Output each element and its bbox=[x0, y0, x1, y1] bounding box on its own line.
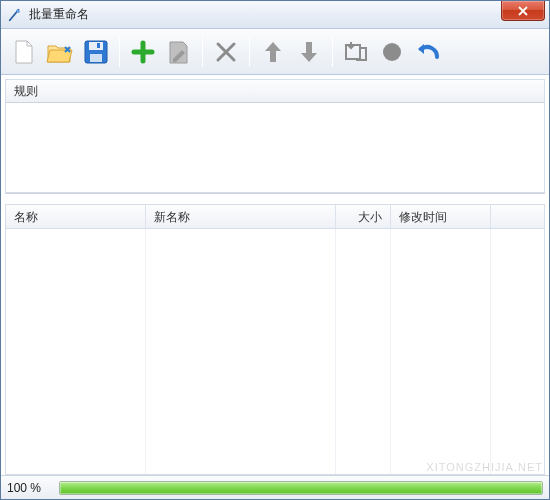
toolbar-separator bbox=[332, 37, 333, 67]
note-edit-icon bbox=[167, 39, 191, 65]
column-header-spacer bbox=[491, 205, 544, 228]
toolbar bbox=[1, 29, 549, 75]
svg-point-5 bbox=[383, 43, 401, 61]
move-down-button[interactable] bbox=[292, 34, 326, 70]
app-window: 批量重命名 bbox=[0, 0, 550, 500]
app-icon bbox=[7, 7, 23, 23]
svg-rect-1 bbox=[89, 42, 103, 50]
close-button[interactable] bbox=[501, 1, 545, 21]
toolbar-separator bbox=[249, 37, 250, 67]
column-header-name[interactable]: 名称 bbox=[6, 205, 146, 228]
undo-icon bbox=[415, 41, 441, 63]
rules-header[interactable]: 规则 bbox=[5, 79, 545, 103]
stop-button[interactable] bbox=[375, 34, 409, 70]
file-list-panel: 名称 新名称 大小 修改时间 bbox=[5, 204, 545, 475]
titlebar: 批量重命名 bbox=[1, 1, 549, 29]
svg-rect-3 bbox=[97, 43, 100, 48]
progress-fill bbox=[60, 482, 542, 494]
file-list-body[interactable] bbox=[6, 229, 544, 474]
file-new-icon bbox=[11, 38, 37, 66]
column-header-newname[interactable]: 新名称 bbox=[146, 205, 336, 228]
save-button[interactable] bbox=[79, 34, 113, 70]
add-button[interactable] bbox=[126, 34, 160, 70]
progress-percent: 100 % bbox=[7, 481, 51, 495]
toolbar-separator bbox=[202, 37, 203, 67]
column-divider bbox=[146, 229, 336, 474]
rules-panel: 规则 bbox=[5, 79, 545, 194]
window-title: 批量重命名 bbox=[29, 6, 89, 23]
plus-icon bbox=[131, 40, 155, 64]
folder-open-icon bbox=[46, 39, 74, 65]
delete-button[interactable] bbox=[209, 34, 243, 70]
toolbar-separator bbox=[119, 37, 120, 67]
x-delete-icon bbox=[215, 41, 237, 63]
edit-button[interactable] bbox=[162, 34, 196, 70]
run-button[interactable] bbox=[339, 34, 373, 70]
column-divider bbox=[336, 229, 391, 474]
close-icon bbox=[517, 6, 529, 16]
column-divider bbox=[6, 229, 146, 474]
file-list-header: 名称 新名称 大小 修改时间 bbox=[6, 205, 544, 229]
floppy-save-icon bbox=[83, 39, 109, 65]
svg-rect-2 bbox=[90, 54, 102, 62]
arrow-down-icon bbox=[298, 39, 320, 65]
column-header-mtime[interactable]: 修改时间 bbox=[391, 205, 491, 228]
undo-button[interactable] bbox=[411, 34, 445, 70]
column-divider bbox=[391, 229, 491, 474]
progress-bar bbox=[59, 481, 543, 495]
new-button[interactable] bbox=[7, 34, 41, 70]
column-header-size[interactable]: 大小 bbox=[336, 205, 391, 228]
circle-stop-icon bbox=[381, 41, 403, 63]
rules-list[interactable] bbox=[5, 103, 545, 193]
arrow-up-icon bbox=[262, 39, 284, 65]
statusbar: 100 % bbox=[1, 475, 549, 499]
run-icon bbox=[343, 40, 369, 64]
open-button[interactable] bbox=[43, 34, 77, 70]
move-up-button[interactable] bbox=[256, 34, 290, 70]
